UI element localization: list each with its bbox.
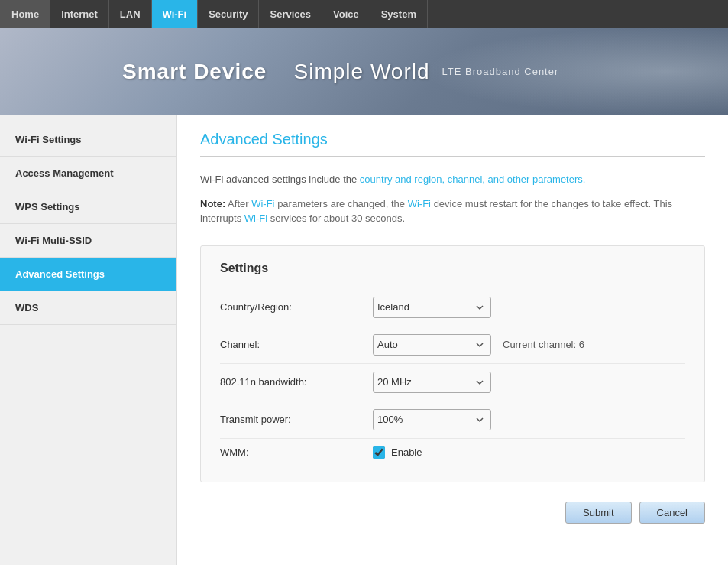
cancel-button[interactable]: Cancel <box>639 502 705 524</box>
country-select[interactable]: Iceland <box>373 297 491 318</box>
country-region-row: Country/Region: Iceland <box>220 289 685 326</box>
bandwidth-label: 802.11n bandwidth: <box>220 376 373 388</box>
nav-internet[interactable]: Internet <box>50 0 109 28</box>
page-title: Advanced Settings <box>200 131 705 148</box>
settings-title: Settings <box>220 261 685 275</box>
sidebar-item-access-management[interactable]: Access Management <box>0 157 176 190</box>
sidebar-item-wps-settings[interactable]: WPS Settings <box>0 190 176 224</box>
country-control: Iceland <box>373 297 491 318</box>
header-title: Smart Device Simple World <box>122 60 430 84</box>
wmm-label: WMM: <box>220 446 373 458</box>
nav-security[interactable]: Security <box>198 0 259 28</box>
bandwidth-control: 20 MHz <box>373 372 491 393</box>
nav-lan[interactable]: LAN <box>109 0 152 28</box>
sidebar-item-wifi-settings[interactable]: Wi-Fi Settings <box>0 123 176 157</box>
sidebar-item-wds[interactable]: WDS <box>0 291 176 325</box>
simple-world-label: Simple World <box>294 60 430 83</box>
info-text: Wi-Fi advanced settings include the coun… <box>200 172 705 187</box>
channel-control: Auto Current channel: 6 <box>373 334 584 356</box>
nav-wifi[interactable]: Wi-Fi <box>152 0 199 28</box>
header-banner: Smart Device Simple World LTE Broadband … <box>0 28 728 115</box>
channel-row: Channel: Auto Current channel: 6 <box>220 326 685 364</box>
submit-button[interactable]: Submit <box>565 502 631 524</box>
bandwidth-select[interactable]: 20 MHz <box>373 372 491 393</box>
sidebar-item-wifi-multi-ssid[interactable]: Wi-Fi Multi-SSID <box>0 224 176 258</box>
divider <box>200 156 705 157</box>
transmit-select[interactable]: 100% <box>373 409 491 430</box>
wmm-control: Enable <box>373 446 422 459</box>
top-nav: Home Internet LAN Wi-Fi Security Service… <box>0 0 728 28</box>
sidebar: Wi-Fi Settings Access Management WPS Set… <box>0 115 177 565</box>
channel-label: Channel: <box>220 339 373 350</box>
main-layout: Wi-Fi Settings Access Management WPS Set… <box>0 115 728 565</box>
main-content: Advanced Settings Wi-Fi advanced setting… <box>177 115 728 565</box>
channel-select[interactable]: Auto <box>373 334 491 356</box>
nav-home[interactable]: Home <box>0 0 50 28</box>
nav-services[interactable]: Services <box>259 0 322 28</box>
button-row: Submit Cancel <box>200 502 705 524</box>
transmit-label: Transmit power: <box>220 414 373 425</box>
smart-device-label: Smart Device <box>122 60 267 83</box>
wmm-enable-label: Enable <box>391 446 422 458</box>
sidebar-item-advanced-settings[interactable]: Advanced Settings <box>0 258 176 291</box>
wmm-row: WMM: Enable <box>220 439 685 466</box>
nav-voice[interactable]: Voice <box>322 0 370 28</box>
country-label: Country/Region: <box>220 301 373 313</box>
header-subtitle: LTE Broadband Center <box>442 66 559 77</box>
note-text: Note: After Wi-Fi parameters are changed… <box>200 196 705 226</box>
bandwidth-row: 802.11n bandwidth: 20 MHz <box>220 364 685 401</box>
settings-section: Settings Country/Region: Iceland Channel… <box>200 245 705 482</box>
transmit-control: 100% <box>373 409 491 430</box>
wmm-checkbox-row: Enable <box>373 446 422 459</box>
transmit-row: Transmit power: 100% <box>220 401 685 439</box>
wmm-checkbox[interactable] <box>373 446 385 459</box>
note-label: Note: <box>200 198 225 209</box>
nav-system[interactable]: System <box>370 0 428 28</box>
current-channel-text: Current channel: 6 <box>503 339 584 350</box>
